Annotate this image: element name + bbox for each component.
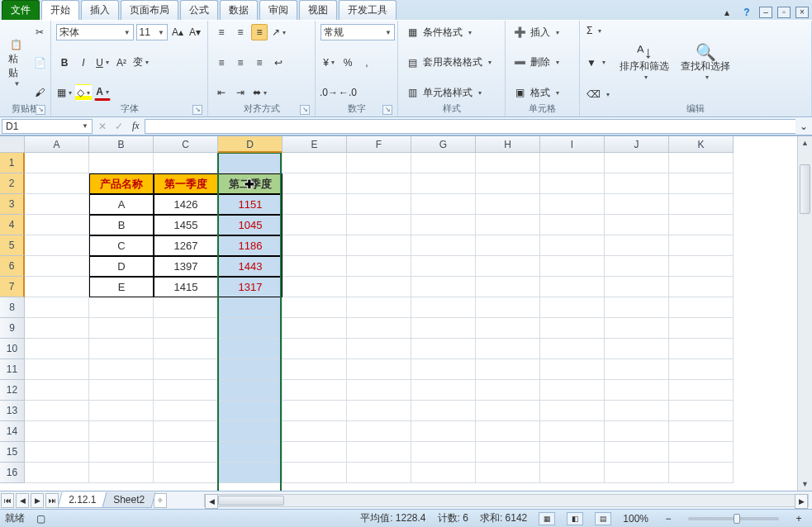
number-launcher[interactable]: ↘ (382, 105, 392, 115)
enter-formula[interactable]: ✓ (111, 118, 127, 135)
cell-E11[interactable] (283, 359, 347, 380)
scroll-down[interactable]: ▼ (798, 477, 812, 491)
cell-A7[interactable] (25, 277, 89, 297)
cell-K2[interactable] (669, 173, 734, 194)
cell-E9[interactable] (283, 318, 347, 339)
number-format-combo[interactable]: 常规▼ (321, 24, 395, 40)
fill-button[interactable]: ▼▾ (585, 56, 611, 69)
cell-D16[interactable] (218, 463, 283, 483)
cell-I6[interactable] (540, 256, 605, 277)
tab-insert[interactable]: 插入 (81, 0, 119, 20)
cell-K16[interactable] (669, 463, 734, 483)
bold-button[interactable]: B (56, 55, 73, 71)
cell-E2[interactable] (283, 173, 347, 194)
tab-review[interactable]: 审阅 (259, 0, 297, 20)
cell-K6[interactable] (669, 256, 734, 277)
sheet-nav-first[interactable]: ⏮ (1, 493, 14, 508)
shrink-font-button[interactable]: A▾ (188, 24, 202, 40)
cell-A13[interactable] (25, 401, 89, 421)
cell-B1[interactable] (89, 153, 154, 173)
phonetic-button[interactable]: 变▾ (132, 55, 149, 71)
italic-button[interactable]: I (75, 55, 92, 71)
cell-E13[interactable] (283, 401, 347, 421)
cell-C16[interactable] (154, 463, 218, 483)
grow-font-button[interactable]: A▴ (170, 24, 185, 40)
border-button[interactable]: ▦▾ (56, 84, 73, 101)
cell-I10[interactable] (540, 339, 605, 359)
zoom-in[interactable]: + (791, 510, 807, 527)
col-header-G[interactable]: G (411, 136, 476, 153)
cell-C8[interactable] (154, 297, 218, 318)
cell-J15[interactable] (605, 442, 669, 463)
cell-K1[interactable] (669, 153, 734, 173)
cell-H1[interactable] (476, 153, 540, 173)
cell-A11[interactable] (25, 359, 89, 380)
cell-H15[interactable] (476, 442, 540, 463)
tab-dev[interactable]: 开发工具 (339, 0, 397, 20)
row-header-5[interactable]: 5 (0, 235, 25, 256)
align-bottom[interactable]: ≡ (251, 24, 268, 40)
delete-cells-button[interactable]: ➖删除▾ (510, 55, 574, 71)
cell-E16[interactable] (283, 463, 347, 483)
cell-G7[interactable] (411, 277, 476, 297)
cell-K4[interactable] (669, 215, 734, 235)
cell-A12[interactable] (25, 380, 89, 401)
cell-D10[interactable] (218, 339, 283, 359)
row-header-13[interactable]: 13 (0, 401, 25, 421)
cell-B8[interactable] (89, 297, 154, 318)
cut-button[interactable]: ✂ (31, 24, 48, 40)
cell-A3[interactable] (25, 194, 89, 215)
cell-K9[interactable] (669, 318, 734, 339)
currency-button[interactable]: ¥▾ (321, 55, 337, 71)
cell-J7[interactable] (605, 277, 669, 297)
decrease-indent[interactable]: ⇤ (213, 84, 230, 101)
horizontal-scrollbar[interactable]: ◀ ▶ (204, 494, 809, 507)
cell-D6[interactable]: 1443 (218, 256, 283, 277)
cell-F16[interactable] (347, 463, 411, 483)
align-left[interactable]: ≡ (213, 55, 230, 71)
cell-A15[interactable] (25, 442, 89, 463)
cell-G1[interactable] (411, 153, 476, 173)
col-header-C[interactable]: C (154, 136, 218, 153)
hscroll-left[interactable]: ◀ (205, 494, 218, 509)
cell-J2[interactable] (605, 173, 669, 194)
cell-B11[interactable] (89, 359, 154, 380)
cell-K15[interactable] (669, 442, 734, 463)
percent-button[interactable]: % (340, 55, 356, 71)
row-header-16[interactable]: 16 (0, 463, 25, 483)
merge-button[interactable]: ⬌▾ (251, 84, 268, 101)
cell-I5[interactable] (540, 235, 605, 256)
cell-I4[interactable] (540, 215, 605, 235)
cell-A2[interactable] (25, 173, 89, 194)
cell-C7[interactable]: 1415 (154, 277, 218, 297)
cell-I16[interactable] (540, 463, 605, 483)
clear-button[interactable]: ⌫▾ (585, 88, 611, 101)
cell-H5[interactable] (476, 235, 540, 256)
cell-G12[interactable] (411, 380, 476, 401)
cell-E12[interactable] (283, 380, 347, 401)
col-header-J[interactable]: J (605, 136, 669, 153)
cell-B5[interactable]: C (89, 235, 154, 256)
cell-H4[interactable] (476, 215, 540, 235)
cell-K12[interactable] (669, 380, 734, 401)
cell-F15[interactable] (347, 442, 411, 463)
cells-area[interactable]: 产品名称第一季度第二季度A14261151B14551045C12671186D… (25, 153, 797, 491)
formula-input[interactable] (145, 119, 795, 134)
cell-H9[interactable] (476, 318, 540, 339)
tab-file[interactable]: 文件 (2, 0, 40, 20)
underline-button[interactable]: U▾ (94, 55, 111, 71)
cell-B16[interactable] (89, 463, 154, 483)
window-close[interactable]: × (795, 7, 809, 18)
cell-D14[interactable] (218, 421, 283, 442)
cell-F5[interactable] (347, 235, 411, 256)
cell-I13[interactable] (540, 401, 605, 421)
insert-cells-button[interactable]: ➕插入▾ (510, 24, 574, 40)
tab-data[interactable]: 数据 (220, 0, 258, 20)
expand-formula-bar[interactable]: ⌄ (795, 118, 812, 135)
cell-B7[interactable]: E (89, 277, 154, 297)
cell-H14[interactable] (476, 421, 540, 442)
row-header-6[interactable]: 6 (0, 256, 25, 277)
col-header-H[interactable]: H (476, 136, 540, 153)
cell-J11[interactable] (605, 359, 669, 380)
cell-J12[interactable] (605, 380, 669, 401)
